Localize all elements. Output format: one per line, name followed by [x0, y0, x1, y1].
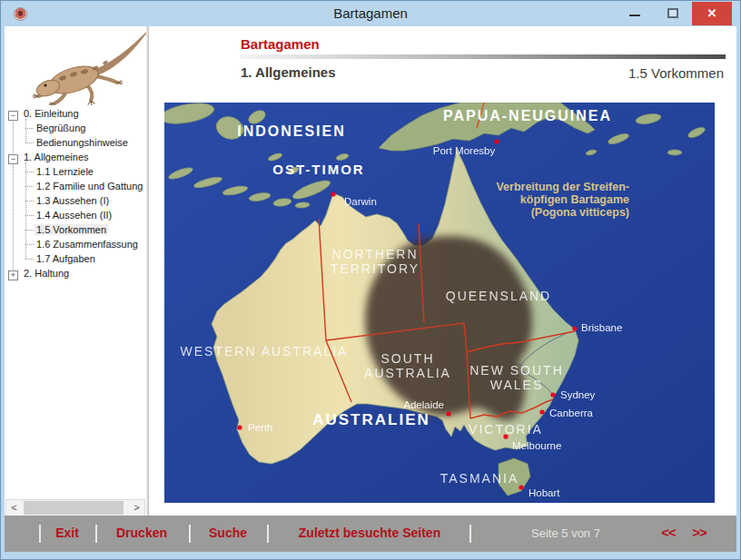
tree-horizontal-scrollbar[interactable]: < > [5, 499, 145, 516]
label-western-australia: WESTERN AUSTRALIA [181, 344, 349, 359]
label-adelaide: Adelaide [403, 399, 444, 410]
tree-guide-children-a [25, 119, 26, 142]
minimize-button[interactable] [629, 15, 640, 16]
label-sydney: Sydney [560, 389, 596, 400]
lizard-photo [21, 28, 157, 105]
label-east-timor: OST-TIMOR [272, 162, 364, 177]
footer-separator [267, 525, 269, 543]
tree-guide-root [13, 113, 14, 273]
label-darwin: Darwin [344, 196, 377, 207]
label-png: PAPUA-NEUGUINEA [443, 108, 612, 123]
expand-icon[interactable]: + [8, 270, 18, 280]
label-victoria: VICTORIA [469, 422, 543, 437]
label-hobart: Hobart [529, 487, 560, 498]
label-melbourne: Melbourne [512, 440, 561, 451]
previous-page-button[interactable]: << [661, 525, 676, 540]
legend-line-1: Verbreitung der Streifen- [496, 181, 629, 193]
label-port-moresby: Port Moresby [433, 145, 496, 156]
label-northern: NORTHERN [331, 247, 418, 261]
label-new-south: NEW SOUTH [469, 363, 564, 378]
label-queensland: QUEENSLAND [446, 289, 551, 303]
label-perth: Perth [248, 422, 273, 433]
tree-item-vorkommen[interactable]: 1.5 Vorkommen [35, 222, 108, 237]
tree-item-aussehen-1[interactable]: 1.3 Aussehen (I) [35, 193, 111, 208]
scroll-left-icon[interactable]: < [6, 500, 22, 516]
title-bar: Bartagamen ✕ [1, 1, 740, 26]
label-brisbane: Brisbane [581, 322, 622, 333]
footer-separator [189, 525, 191, 543]
footer-separator [95, 525, 97, 543]
footer-bar: Exit Drucken Suche Zuletzt besuchte Seit… [5, 516, 736, 552]
label-australien: AUSTRALIEN [312, 411, 430, 428]
distribution-map: INDONESIEN OST-TIMOR PAPUA-NEUGUINEA AUS… [164, 103, 715, 503]
recent-pages-button[interactable]: Zuletzt besuchte Seiten [299, 526, 440, 540]
close-button[interactable]: ✕ [692, 2, 732, 25]
app-window: Bartagamen ✕ [0, 0, 741, 560]
page-status: Seite 5 von 7 [531, 526, 600, 540]
tree-item-allgemeines[interactable]: −1. Allgemeines [8, 150, 91, 164]
tree-item-einleitung[interactable]: −0. Einleitung [8, 106, 81, 121]
page-brand: Bartagamen [241, 36, 320, 52]
next-page-button[interactable]: >> [692, 525, 706, 540]
tree-item-bedienungshinweise[interactable]: Bedienungshinweise [35, 135, 130, 150]
section-title: 1.5 Vorkommen [628, 65, 724, 81]
tree-item-zusammenfassung[interactable]: 1.6 Zusammenfassung [35, 237, 140, 251]
legend-line-3: (Pogona vitticeps) [531, 206, 629, 219]
collapse-icon[interactable]: − [8, 154, 18, 164]
label-tasmania: TASMANIA [440, 471, 519, 486]
label-wales: WALES [490, 378, 544, 392]
tree-item-familie-gattung[interactable]: 1.2 Familie und Gattung [35, 179, 144, 193]
header-rule [241, 54, 726, 59]
content-area: −0. Einleitung Begrüßung Bedienungshinwe… [5, 26, 736, 552]
search-button[interactable]: Suche [209, 526, 247, 540]
maximize-button[interactable] [667, 8, 678, 18]
print-button[interactable]: Drucken [116, 526, 167, 540]
scroll-right-icon[interactable]: > [129, 500, 144, 516]
chapter-title: 1. Allgemeines [241, 64, 336, 80]
label-canberra: Canberra [549, 408, 594, 418]
tree-item-lernziele[interactable]: 1.1 Lernziele [35, 164, 95, 179]
label-territory: TERRITORY [331, 261, 420, 276]
legend-line-2: köpfigen Bartagame [520, 193, 629, 206]
label-indonesia: INDONESIEN [237, 123, 346, 139]
tree-item-aussehen-2[interactable]: 1.4 Aussehen (II) [35, 208, 114, 222]
tree-item-haltung[interactable]: +2. Haltung [8, 266, 71, 280]
window-title: Bartagamen [1, 5, 740, 21]
panel-divider [146, 26, 149, 517]
collapse-icon[interactable]: − [8, 111, 18, 121]
footer-separator [39, 525, 41, 543]
tree-item-aufgaben[interactable]: 1.7 Aufgaben [35, 251, 97, 266]
label-south: SOUTH [381, 351, 435, 366]
tree-item-begruessung[interactable]: Begrüßung [35, 121, 87, 135]
footer-separator [469, 525, 471, 543]
scrollbar-thumb[interactable] [24, 501, 124, 515]
exit-button[interactable]: Exit [55, 526, 79, 540]
label-australia: AUSTRALIA [364, 366, 451, 380]
